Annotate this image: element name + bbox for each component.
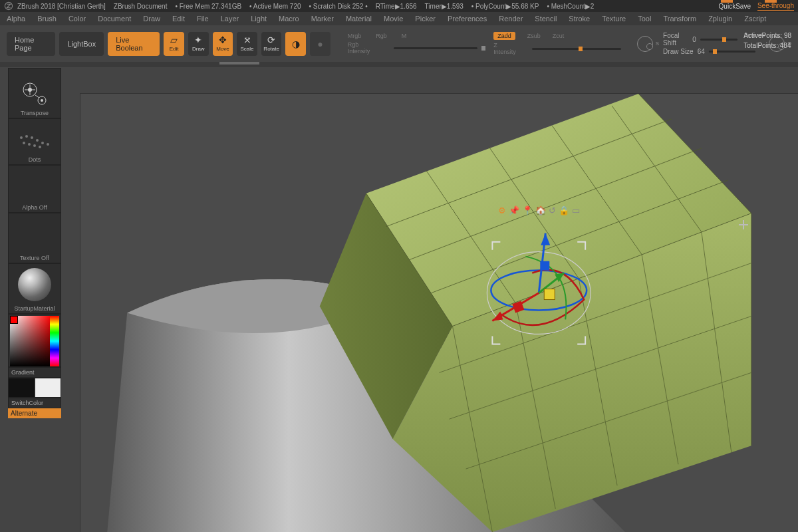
move-icon: ✥ <box>219 35 227 45</box>
svg-point-11 <box>36 139 39 142</box>
menu-light[interactable]: Light <box>251 15 267 23</box>
active-points-label: ActivePoints: <box>743 32 782 39</box>
gizmo-gear-icon[interactable]: ⚙ <box>498 205 506 215</box>
toolbar-divider <box>0 62 798 67</box>
sphere-icon: ● <box>317 39 323 49</box>
draw-mode-button[interactable]: ✦ Draw <box>188 32 209 56</box>
draw-icon: ✦ <box>194 35 202 45</box>
gradient-label[interactable]: Gradient <box>8 367 61 378</box>
menu-zscript[interactable]: Zscript <box>744 15 766 23</box>
cursor-crosshair-icon <box>739 220 748 229</box>
svg-point-16 <box>33 144 36 147</box>
menu-alpha[interactable]: Alpha <box>7 15 25 23</box>
draw-label: Draw <box>192 46 205 52</box>
timer: Timer▶1.593 <box>425 3 464 10</box>
alpha-label: Alpha Off <box>9 204 61 211</box>
mrgb-toggle[interactable]: Mrgb <box>348 33 362 39</box>
hue-strip[interactable] <box>50 316 59 366</box>
free-mem: • Free Mem 27.341GB <box>175 3 241 10</box>
z-intensity-label: Z Intensity <box>493 42 520 55</box>
seethrough-button[interactable]: See-through <box>757 2 794 11</box>
brush-slot-transpose[interactable]: Transpose <box>8 68 61 118</box>
focal-shift-value: 0 <box>692 36 696 43</box>
svg-point-17 <box>39 146 41 148</box>
s-tag: S <box>656 41 659 47</box>
menu-zplugin[interactable]: Zplugin <box>708 15 732 23</box>
edit-mode-button[interactable]: ▱ Edit <box>164 32 184 56</box>
home-page-button[interactable]: Home Page <box>7 32 55 56</box>
stroke-slot-dots[interactable]: Dots <box>8 118 61 165</box>
scale-icon: ⤧ <box>243 35 251 45</box>
rgb-toggle[interactable]: Rgb <box>376 33 387 39</box>
live-boolean-button[interactable]: Live Boolean <box>108 32 160 56</box>
color-b-swatch[interactable] <box>35 378 61 398</box>
texture-label: Texture Off <box>9 255 61 261</box>
draw-size-label: Draw Size <box>663 48 694 55</box>
switchcolor-label[interactable]: SwitchColor <box>8 398 61 408</box>
menu-macro[interactable]: Macro <box>279 15 299 23</box>
drag-handle[interactable] <box>219 62 259 65</box>
color-picker[interactable] <box>8 314 61 367</box>
zcut-toggle[interactable]: Zcut <box>553 33 565 39</box>
gizmo-lock-icon[interactable]: 🔒 <box>559 205 569 215</box>
rotate-label: Rotate <box>263 46 279 52</box>
menu-transform[interactable]: Transform <box>663 15 696 23</box>
menu-material[interactable]: Material <box>346 15 372 23</box>
zsub-toggle[interactable]: Zsub <box>527 33 541 39</box>
menu-render[interactable]: Render <box>499 15 523 23</box>
focal-shift-slider[interactable] <box>700 39 737 41</box>
color-a-swatch[interactable] <box>8 378 35 398</box>
menu-bar: Alpha Brush Color Document Draw Edit Fil… <box>0 12 798 25</box>
menu-movie[interactable]: Movie <box>384 15 403 23</box>
alpha-slot[interactable]: Alpha Off <box>8 165 61 213</box>
menu-preferences[interactable]: Preferences <box>448 15 487 23</box>
menu-edit[interactable]: Edit <box>172 15 185 23</box>
gizmo-frame-icon[interactable]: ▭ <box>572 205 580 215</box>
app-logo-icon <box>4 1 13 11</box>
viewport-canvas[interactable]: ⚙ 📌 📍 🏠 ↺ 🔒 ▭ <box>80 93 798 532</box>
menu-document[interactable]: Document <box>98 15 131 23</box>
scale-label: Scale <box>241 46 254 52</box>
z-intensity-slider[interactable] <box>532 48 621 50</box>
svg-point-15 <box>28 143 31 146</box>
sculptris-icon: ◑ <box>292 39 300 49</box>
menu-marker[interactable]: Marker <box>311 15 334 23</box>
zadd-toggle[interactable]: Zadd <box>493 32 515 40</box>
menu-picker[interactable]: Picker <box>415 15 436 23</box>
menu-stencil[interactable]: Stencil <box>535 15 557 23</box>
gizmo-locate-icon[interactable]: 📍 <box>522 205 533 215</box>
m-toggle[interactable]: M <box>402 33 407 39</box>
lightbox-button[interactable]: LightBox <box>59 32 104 56</box>
texture-slot[interactable]: Texture Off <box>8 213 61 263</box>
alternate-button[interactable]: Alternate <box>8 408 61 418</box>
menu-draw[interactable]: Draw <box>143 15 160 23</box>
sculptris-button[interactable]: ◑ <box>285 32 306 56</box>
material-slot[interactable]: StartupMaterial <box>8 263 61 314</box>
rgb-intensity-slider[interactable] <box>394 47 477 49</box>
svg-point-9 <box>25 135 28 138</box>
gizmo-pin-icon[interactable]: 📌 <box>509 205 519 215</box>
extra-mode-button[interactable]: ● <box>310 32 331 56</box>
move-mode-button[interactable]: ✥ Move <box>213 32 233 56</box>
menu-brush[interactable]: Brush <box>37 15 57 23</box>
svg-point-14 <box>23 142 25 144</box>
scale-mode-button[interactable]: ⤧ Scale <box>237 32 257 56</box>
focal-shift-label: Focal Shift <box>663 32 688 47</box>
svg-line-7 <box>35 95 39 98</box>
menu-texture[interactable]: Texture <box>602 15 626 23</box>
menu-tool[interactable]: Tool <box>638 15 651 23</box>
focal-dial-icon[interactable] <box>637 36 653 52</box>
menu-color[interactable]: Color <box>68 15 86 23</box>
material-sphere-icon <box>18 268 51 301</box>
svg-point-8 <box>20 136 23 139</box>
gizmo-home-icon[interactable]: 🏠 <box>535 205 546 215</box>
gizmo-reset-icon[interactable]: ↺ <box>549 205 556 215</box>
svg-point-10 <box>31 136 33 139</box>
menu-layer[interactable]: Layer <box>221 15 239 23</box>
quicksave-button[interactable]: QuickSave <box>719 3 751 10</box>
menu-stroke[interactable]: Stroke <box>569 15 590 23</box>
rtime: RTime▶1.656 <box>376 3 417 10</box>
menu-file[interactable]: File <box>197 15 209 23</box>
rotate-mode-button[interactable]: ⟳ Rotate <box>261 32 282 56</box>
active-points-value: 98 <box>784 32 791 39</box>
